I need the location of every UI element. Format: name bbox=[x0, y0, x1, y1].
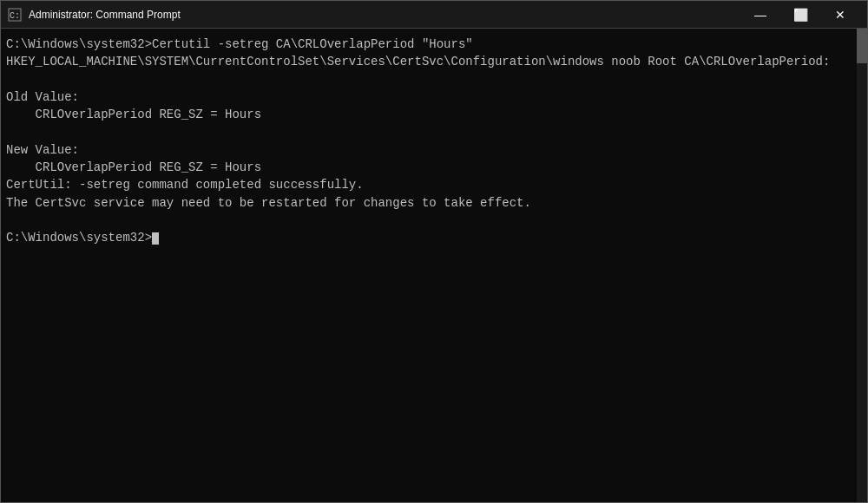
console-blank-line bbox=[6, 212, 862, 229]
console-area[interactable]: C:\Windows\system32>Certutil -setreg CA\… bbox=[1, 29, 867, 502]
minimize-button[interactable]: — bbox=[740, 1, 780, 29]
console-output: C:\Windows\system32>Certutil -setreg CA\… bbox=[6, 36, 862, 247]
cursor-blink bbox=[152, 232, 159, 245]
console-line: HKEY_LOCAL_MACHINE\SYSTEM\CurrentControl… bbox=[6, 53, 862, 70]
window: C: Administrator: Command Prompt — ⬜ ✕ C… bbox=[0, 0, 868, 503]
maximize-icon: ⬜ bbox=[793, 8, 808, 22]
console-line: C:\Windows\system32>Certutil -setreg CA\… bbox=[6, 36, 862, 53]
svg-text:C:: C: bbox=[10, 11, 20, 21]
console-line: Old Value: bbox=[6, 88, 862, 106]
window-title: Administrator: Command Prompt bbox=[29, 9, 740, 21]
console-line: The CertSvc service may need to be resta… bbox=[6, 194, 862, 212]
close-button[interactable]: ✕ bbox=[820, 1, 860, 29]
console-blank-line bbox=[6, 123, 862, 140]
minimize-icon: — bbox=[754, 8, 766, 22]
console-blank-line bbox=[6, 71, 862, 88]
scrollbar-thumb[interactable] bbox=[857, 29, 867, 63]
console-line: New Value: bbox=[6, 141, 862, 159]
console-line: CRLOverlapPeriod REG_SZ = Hours bbox=[6, 106, 862, 123]
scrollbar[interactable] bbox=[857, 29, 867, 502]
console-line: CRLOverlapPeriod REG_SZ = Hours bbox=[6, 159, 862, 176]
window-controls: — ⬜ ✕ bbox=[740, 1, 860, 29]
app-icon: C: bbox=[8, 8, 22, 22]
maximize-button[interactable]: ⬜ bbox=[780, 1, 820, 29]
titlebar: C: Administrator: Command Prompt — ⬜ ✕ bbox=[1, 1, 867, 29]
console-line: CertUtil: -setreg command completed succ… bbox=[6, 176, 862, 193]
close-icon: ✕ bbox=[835, 8, 845, 22]
console-line: C:\Windows\system32> bbox=[6, 229, 862, 246]
